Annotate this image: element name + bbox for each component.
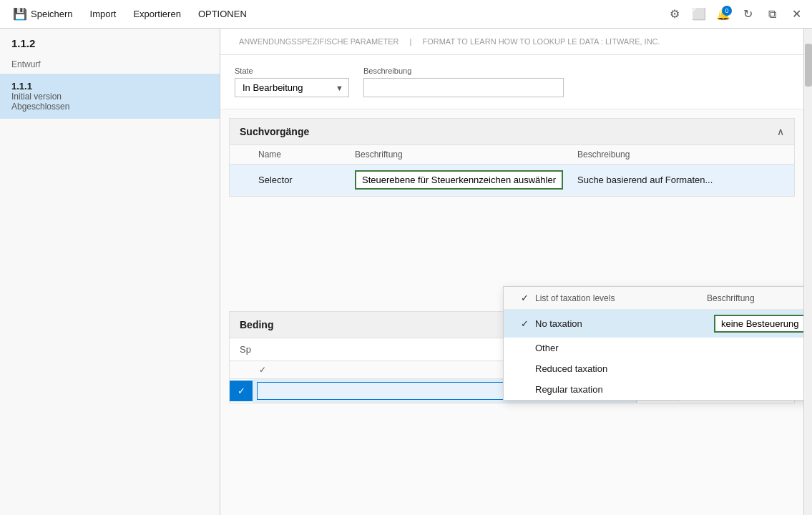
content-area: ANWENDUNGSSPEZIFISCHE PARAMETER | FORMAT… [220, 29, 803, 515]
dropdown-item-1[interactable]: Other [504, 338, 803, 358]
col-beschriftung: Beschriftung [348, 145, 570, 165]
export-button[interactable]: Exportieren [126, 6, 187, 22]
export-label: Exportieren [133, 9, 180, 19]
dropdown-item-0[interactable]: ✓ No taxation [504, 310, 803, 338]
sidebar-draft-label: Entwurf [0, 58, 220, 74]
notification-badge: 0 [722, 6, 732, 16]
dropdown-header-check: ✓ [514, 293, 535, 303]
close-icon[interactable]: ✕ [786, 4, 806, 24]
suchvorgaenge-table: Name Beschriftung Beschreibung Selector [230, 145, 794, 196]
toolbar-right: ⚙ ⬜ 🔔 0 ↻ ⧉ ✕ [665, 4, 806, 24]
beschreibung-field: Beschreibung [363, 67, 564, 97]
dropdown-check-0: ✓ [514, 318, 535, 329]
scrollbar-thumb[interactable] [805, 44, 812, 87]
breadcrumb-part2: FORMAT TO LEARN HOW TO LOOKUP LE DATA : … [422, 37, 660, 46]
dropdown-value-input-0[interactable] [714, 315, 803, 333]
dropdown-header: ✓ List of taxation levels Beschriftung [504, 287, 803, 310]
sidebar: 1.1.2 Entwurf 1.1.1 Initial version Abge… [0, 29, 220, 515]
save-icon: 💾 [13, 7, 27, 21]
dropdown-name-2: Reduced taxation [535, 363, 707, 374]
state-select[interactable]: In Bearbeitung [235, 78, 349, 97]
row-beschriftung[interactable] [348, 165, 570, 196]
sidebar-item-active[interactable]: 1.1.1 Initial version Abgeschlossen [0, 74, 220, 119]
state-select-wrap: In Bearbeitung ▼ [235, 78, 349, 97]
sidebar-item-status: Abgeschlossen [11, 102, 208, 112]
breadcrumb: ANWENDUNGSSPEZIFISCHE PARAMETER | FORMAT… [220, 29, 803, 55]
row-name: Selector [251, 165, 348, 196]
sidebar-item-label: Initial version [11, 92, 208, 102]
refresh-icon[interactable]: ↻ [738, 4, 758, 24]
options-button[interactable]: OPTIONEN [191, 6, 254, 22]
bottom-col-check: ✓ [253, 365, 273, 375]
row-beschreibung: Suche basierend auf Formaten... [570, 165, 794, 196]
col-beschreibung: Beschreibung [570, 145, 794, 165]
suchvorgaenge-title: Suchvorgänge [240, 126, 309, 137]
bottom-row-check: ✓ [230, 381, 253, 401]
bedingungen-title: Beding [240, 319, 273, 330]
row-check [230, 165, 251, 196]
save-label: Speichern [31, 9, 73, 19]
main-layout: 1.1.2 Entwurf 1.1.1 Initial version Abge… [0, 29, 812, 515]
beschriftung-input[interactable] [355, 170, 563, 190]
dropdown-name-0: No taxation [535, 318, 707, 329]
scrollbar-track[interactable] [803, 29, 812, 515]
suchvorgaenge-section: Suchvorgänge ∧ Name Beschriftung Beschre… [229, 118, 795, 197]
suchvorgaenge-toggle-icon[interactable]: ∧ [777, 126, 784, 137]
office-icon[interactable]: ⬜ [689, 4, 709, 24]
breadcrumb-part1: ANWENDUNGSSPEZIFISCHE PARAMETER [239, 37, 399, 46]
toolbar: 💾 Speichern Import Exportieren OPTIONEN … [0, 0, 812, 29]
col-name: Name [251, 145, 348, 165]
dropdown-value-0[interactable] [714, 315, 803, 333]
table-row[interactable]: Selector Suche basierend auf Formaten... [230, 165, 794, 196]
sidebar-version-top: 1.1.2 [0, 29, 220, 58]
sidebar-item-version: 1.1.1 [11, 81, 208, 92]
dropdown-header-beschriftung: Beschriftung [707, 293, 803, 303]
restore-icon[interactable]: ⧉ [762, 4, 782, 24]
options-label: OPTIONEN [198, 9, 247, 19]
dropdown-overlay: ✓ List of taxation levels Beschriftung ✓… [503, 286, 803, 401]
import-button[interactable]: Import [83, 6, 124, 22]
notification-button[interactable]: 🔔 0 [713, 4, 733, 24]
dropdown-item-2[interactable]: Reduced taxation [504, 358, 803, 379]
dropdown-item-3[interactable]: Regular taxation [504, 379, 803, 400]
dropdown-name-1: Other [535, 343, 707, 353]
suchvorgaenge-section-header: Suchvorgänge ∧ [230, 119, 794, 145]
beschreibung-input[interactable] [363, 78, 564, 97]
state-field: State In Bearbeitung ▼ [235, 67, 349, 97]
breadcrumb-sep: | [410, 37, 414, 46]
dropdown-name-3: Regular taxation [535, 384, 707, 395]
import-label: Import [90, 9, 117, 19]
settings-icon[interactable]: ⚙ [665, 4, 685, 24]
beschreibung-label: Beschreibung [363, 67, 564, 75]
dropdown-header-name: List of taxation levels [535, 293, 700, 303]
state-label: State [235, 67, 349, 75]
save-button[interactable]: 💾 Speichern [6, 4, 80, 24]
params-row: State In Bearbeitung ▼ Beschreibung [220, 55, 803, 109]
col-check [230, 145, 251, 165]
